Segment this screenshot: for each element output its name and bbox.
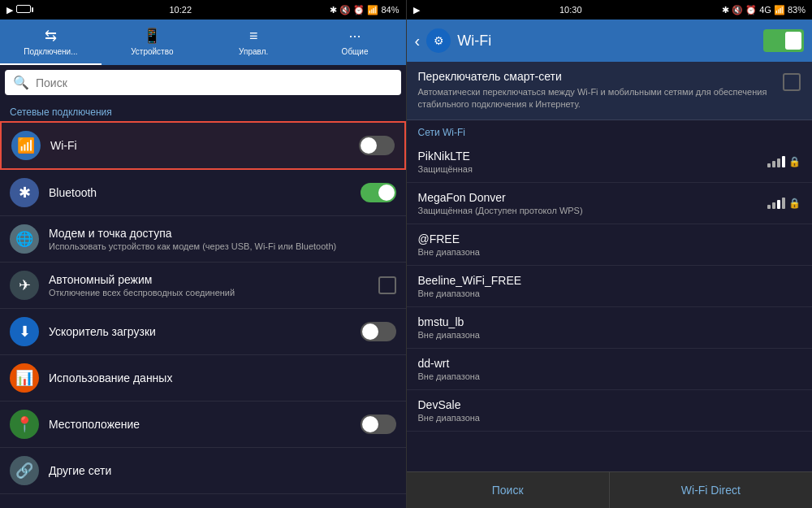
status-left-icons: ▶ xyxy=(6,5,31,15)
search-button[interactable]: Поиск xyxy=(407,472,610,508)
smart-switch-checkbox[interactable] xyxy=(783,73,801,91)
settings-item-modem[interactable]: 🌐 Модем и точка доступа Использовать уст… xyxy=(0,216,406,263)
settings-item-downloader[interactable]: ⬇ Ускоритель загрузки xyxy=(0,309,406,355)
other-icon: 🔗 xyxy=(10,456,39,485)
devsale-name: DevSale xyxy=(418,398,801,411)
wifi-networks-list: PikNikLTE Защищённая 🔒 MegaFon Donver За… xyxy=(407,141,813,471)
location-toggle[interactable] xyxy=(361,415,396,434)
battery-percent-left: 84% xyxy=(381,5,399,15)
megafon-name: MegaFon Donver xyxy=(418,191,762,204)
airplane-item-text: Автономный режим Отключение всех беспров… xyxy=(49,273,378,297)
datausage-title: Использование данных xyxy=(49,371,396,384)
wifi-header: ‹ ⚙ Wi-Fi xyxy=(407,20,813,62)
volume-icon: 🔇 xyxy=(339,5,351,15)
tab-device[interactable]: 📱 Устройство xyxy=(102,20,203,65)
downloader-item-text: Ускоритель загрузки xyxy=(49,325,361,338)
gear-icon: ⚙ xyxy=(434,34,444,47)
search-bar[interactable]: 🔍 xyxy=(5,70,401,95)
tab-connections[interactable]: ⇆ Подключени... xyxy=(0,20,102,65)
back-button[interactable]: ‹ xyxy=(415,32,421,50)
manage-icon: ≡ xyxy=(249,28,258,45)
settings-item-bluetooth[interactable]: ✱ Bluetooth xyxy=(0,170,406,216)
wifi-master-toggle[interactable] xyxy=(763,29,804,52)
bottom-buttons: Поиск Wi-Fi Direct xyxy=(407,471,813,508)
datausage-item-text: Использование данных xyxy=(49,371,396,384)
wifi-network-megafon[interactable]: MegaFon Donver Защищённая (Доступен прот… xyxy=(407,183,813,224)
bluetooth-icon: ✱ xyxy=(10,178,39,207)
beeline-text: Beeline_WiFi_FREE Вне диапазона xyxy=(418,274,801,298)
signal-icon-right: 📶 xyxy=(774,5,785,15)
ddwrt-status: Вне диапазона xyxy=(418,371,801,381)
location-icon: 📍 xyxy=(10,410,39,439)
signal-icon: 📶 xyxy=(367,5,378,15)
wifi-network-free[interactable]: @FREE Вне диапазона xyxy=(407,224,813,266)
bluetooth-icon-status-right: ✱ xyxy=(722,5,729,15)
general-icon: ··· xyxy=(349,28,361,45)
settings-item-location[interactable]: 📍 Местоположение xyxy=(0,402,406,448)
wifi-network-pikniklte[interactable]: PikNikLTE Защищённая 🔒 xyxy=(407,141,813,183)
alarm-icon-right: ⏰ xyxy=(745,5,757,15)
ddwrt-name: dd-wrt xyxy=(418,357,801,370)
status-right-left-icons: ▶ xyxy=(413,5,420,15)
wifi-network-devsale[interactable]: DevSale Вне диапазона xyxy=(407,390,813,432)
search-input[interactable] xyxy=(36,76,393,89)
pikniklte-status: Защищённая xyxy=(418,164,762,174)
search-icon: 🔍 xyxy=(13,75,29,90)
smart-switch-title: Переключатель смарт-сети xyxy=(418,70,775,83)
wifi-settings-icon: ⚙ xyxy=(426,28,451,53)
other-title: Другие сети xyxy=(49,464,396,477)
tab-general-label: Общие xyxy=(342,47,369,56)
modem-icon: 🌐 xyxy=(10,224,39,254)
megafon-status: Защищённая (Доступен протокол WPS) xyxy=(418,206,762,215)
bluetooth-status-icon: ✱ xyxy=(330,5,337,15)
airplane-title: Автономный режим xyxy=(49,273,378,286)
airplane-subtitle: Отключение всех беспроводных соединений xyxy=(49,288,378,297)
data-icon: 📊 xyxy=(10,363,39,393)
smart-switch-desc: Автоматически переключаться между Wi-Fi … xyxy=(418,86,775,111)
settings-item-other[interactable]: 🔗 Другие сети xyxy=(0,448,406,494)
other-item-text: Другие сети xyxy=(49,464,396,477)
beeline-status: Вне диапазона xyxy=(418,289,801,298)
battery-icon-left xyxy=(16,5,31,15)
free-status: Вне диапазона xyxy=(418,247,801,257)
status-bar-left: ▶ 10:22 ✱ 🔇 ⏰ 📶 84% xyxy=(0,0,406,20)
megafon-text: MegaFon Donver Защищённая (Доступен прот… xyxy=(418,191,762,215)
settings-list: 📶 Wi-Fi ✱ Bluetooth 🌐 Модем и точка дост… xyxy=(0,121,406,508)
bmstu-name: bmstu_lb xyxy=(418,315,801,328)
wifi-toggle-knob xyxy=(361,137,377,154)
megafon-signal xyxy=(767,198,785,209)
downloader-toggle[interactable] xyxy=(361,322,396,341)
settings-item-wifi[interactable]: 📶 Wi-Fi xyxy=(0,121,406,170)
wifi-network-ddwrt[interactable]: dd-wrt Вне диапазона xyxy=(407,349,813,390)
wifi-direct-button[interactable]: Wi-Fi Direct xyxy=(610,472,812,508)
modem-title: Модем и точка доступа xyxy=(49,227,396,240)
settings-item-datausage[interactable]: 📊 Использование данных xyxy=(0,355,406,402)
wifi-network-bmstu[interactable]: bmstu_lb Вне диапазона xyxy=(407,307,813,349)
airplane-checkbox[interactable] xyxy=(378,276,396,294)
bluetooth-toggle[interactable] xyxy=(361,183,396,202)
wifi-networks-label: Сети Wi-Fi xyxy=(407,120,813,141)
tab-device-label: Устройство xyxy=(131,47,173,56)
downloader-toggle-knob xyxy=(362,323,378,340)
bluetooth-title: Bluetooth xyxy=(49,186,361,199)
wifi-item-text: Wi-Fi xyxy=(50,139,359,152)
wifi-toggle[interactable] xyxy=(359,136,395,155)
settings-item-airplane[interactable]: ✈ Автономный режим Отключение всех беспр… xyxy=(0,263,406,309)
status-right-right-icons: ✱ 🔇 ⏰ 4G 📶 83% xyxy=(722,5,806,15)
megafon-lock-icon: 🔒 xyxy=(788,198,801,209)
tab-manage[interactable]: ≡ Управл. xyxy=(203,20,304,65)
status-bar-right: ▶ 10:30 ✱ 🔇 ⏰ 4G 📶 83% xyxy=(407,0,813,20)
left-panel: ▶ 10:22 ✱ 🔇 ⏰ 📶 84% ⇆ Подключени... 📱 Ус… xyxy=(0,0,406,508)
tab-general[interactable]: ··· Общие xyxy=(304,20,406,65)
connections-icon: ⇆ xyxy=(45,27,57,45)
wifi-network-beeline[interactable]: Beeline_WiFi_FREE Вне диапазона xyxy=(407,266,813,307)
bluetooth-toggle-knob xyxy=(378,185,395,201)
wifi-icon: 📶 xyxy=(11,131,41,160)
smart-switch-section: Переключатель смарт-сети Автоматически п… xyxy=(407,62,813,120)
bmstu-text: bmstu_lb Вне диапазона xyxy=(418,315,801,340)
pikniklte-signal xyxy=(767,156,785,167)
free-text: @FREE Вне диапазона xyxy=(418,232,801,257)
wifi-master-toggle-knob xyxy=(785,32,801,50)
wifi-page-title: Wi-Fi xyxy=(457,33,763,50)
nav-tabs: ⇆ Подключени... 📱 Устройство ≡ Управл. ·… xyxy=(0,20,406,65)
